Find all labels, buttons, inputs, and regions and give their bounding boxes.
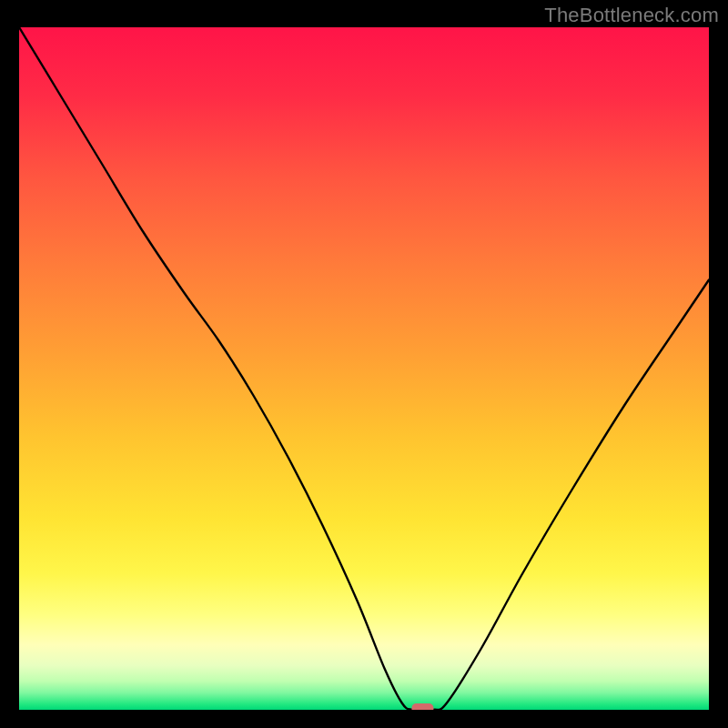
watermark-text: TheBottleneck.com [544,4,719,27]
chart-frame: TheBottleneck.com [0,0,728,728]
plot-area [19,27,709,710]
gradient-background [19,27,709,710]
optimal-marker [411,703,433,710]
bottleneck-chart-svg [19,27,709,710]
